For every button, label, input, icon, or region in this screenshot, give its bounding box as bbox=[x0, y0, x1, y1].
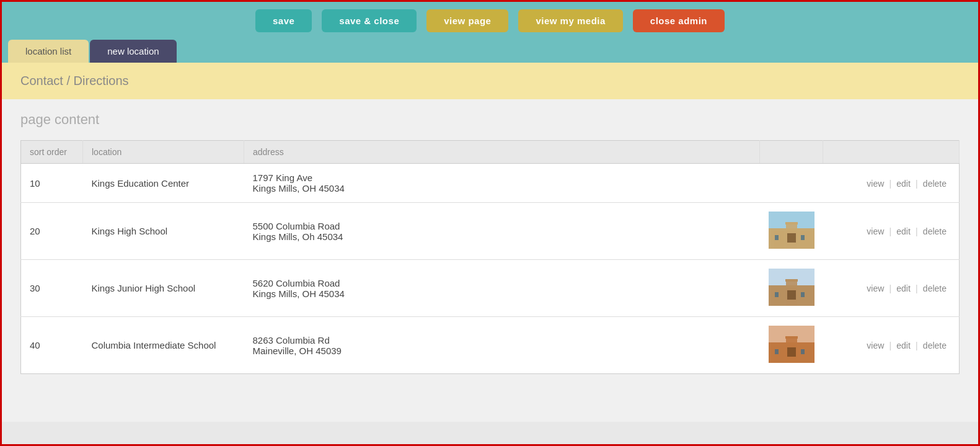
svg-rect-25 bbox=[787, 347, 796, 357]
sep2: | bbox=[916, 341, 918, 350]
location-cell: Kings High School bbox=[83, 203, 244, 260]
svg-rect-18 bbox=[769, 285, 814, 288]
location-cell: Columbia Intermediate School bbox=[83, 317, 244, 374]
sort-order-cell: 10 bbox=[21, 164, 83, 203]
col-header-image bbox=[760, 141, 823, 164]
save-close-button[interactable]: save & close bbox=[322, 9, 417, 32]
svg-rect-28 bbox=[769, 342, 814, 345]
col-header-actions bbox=[823, 141, 960, 164]
svg-rect-16 bbox=[775, 292, 779, 297]
edit-link[interactable]: edit bbox=[896, 179, 911, 189]
svg-rect-6 bbox=[775, 235, 779, 240]
svg-rect-29 bbox=[785, 336, 798, 339]
sep2: | bbox=[916, 179, 918, 189]
actions-cell: view | edit | delete bbox=[823, 317, 960, 374]
svg-rect-8 bbox=[769, 228, 814, 231]
tab-bar: location list new location bbox=[2, 40, 978, 63]
svg-rect-15 bbox=[787, 290, 796, 300]
tab-new-location[interactable]: new location bbox=[90, 40, 176, 63]
sep1: | bbox=[889, 283, 891, 293]
sep2: | bbox=[916, 226, 918, 236]
table-row: 40Columbia Intermediate School8263 Colum… bbox=[21, 317, 960, 374]
actions-cell: view | edit | delete bbox=[823, 203, 960, 260]
sort-order-cell: 30 bbox=[21, 260, 83, 317]
table-row: 20Kings High School5500 Columbia RoadKin… bbox=[21, 203, 960, 260]
delete-link[interactable]: delete bbox=[923, 341, 947, 350]
image-cell bbox=[760, 317, 823, 374]
view-link[interactable]: view bbox=[867, 341, 884, 350]
svg-rect-27 bbox=[801, 349, 805, 354]
tab-location-list[interactable]: location list bbox=[8, 40, 89, 63]
locations-table: sort order location address 10Kings Educ… bbox=[20, 140, 960, 374]
table-row: 30Kings Junior High School5620 Columbia … bbox=[21, 260, 960, 317]
view-link[interactable]: view bbox=[867, 179, 884, 189]
table-row: 10Kings Education Center1797 King AveKin… bbox=[21, 164, 960, 203]
section-title: Contact / Directions bbox=[20, 74, 129, 87]
actions-cell: view | edit | delete bbox=[823, 260, 960, 317]
location-cell: Kings Junior High School bbox=[83, 260, 244, 317]
view-link[interactable]: view bbox=[867, 226, 884, 236]
address-cell: 8263 Columbia RdMaineville, OH 45039 bbox=[244, 317, 760, 374]
page-content-label: page content bbox=[20, 112, 960, 128]
image-cell bbox=[760, 164, 823, 203]
svg-rect-17 bbox=[801, 292, 805, 297]
toolbar: save save & close view page view my medi… bbox=[2, 2, 978, 40]
image-cell bbox=[760, 260, 823, 317]
sort-order-cell: 40 bbox=[21, 317, 83, 374]
sep1: | bbox=[889, 179, 891, 189]
delete-link[interactable]: delete bbox=[923, 179, 947, 189]
section-header: Contact / Directions bbox=[2, 63, 978, 99]
image-cell bbox=[760, 203, 823, 260]
svg-rect-9 bbox=[785, 222, 798, 225]
sep1: | bbox=[889, 341, 891, 350]
save-button[interactable]: save bbox=[255, 9, 312, 32]
location-cell: Kings Education Center bbox=[83, 164, 244, 203]
main-content: page content sort order location address… bbox=[2, 99, 978, 422]
sep2: | bbox=[916, 283, 918, 293]
sort-order-cell: 20 bbox=[21, 203, 83, 260]
col-header-location: location bbox=[83, 141, 244, 164]
sep1: | bbox=[889, 226, 891, 236]
col-header-address: address bbox=[244, 141, 760, 164]
col-header-sort-order: sort order bbox=[21, 141, 83, 164]
actions-cell: view | edit | delete bbox=[823, 164, 960, 203]
close-admin-button[interactable]: close admin bbox=[633, 9, 725, 32]
view-link[interactable]: view bbox=[867, 283, 884, 293]
edit-link[interactable]: edit bbox=[896, 341, 911, 350]
delete-link[interactable]: delete bbox=[923, 283, 947, 293]
edit-link[interactable]: edit bbox=[896, 283, 911, 293]
svg-rect-7 bbox=[801, 235, 805, 240]
svg-rect-19 bbox=[785, 279, 798, 282]
address-cell: 1797 King AveKings Mills, OH 45034 bbox=[244, 164, 760, 203]
svg-rect-5 bbox=[787, 233, 796, 243]
address-cell: 5500 Columbia RoadKings Mills, Oh 45034 bbox=[244, 203, 760, 260]
address-cell: 5620 Columbia RoadKings Mills, OH 45034 bbox=[244, 260, 760, 317]
view-page-button[interactable]: view page bbox=[426, 9, 508, 32]
svg-rect-26 bbox=[775, 349, 779, 354]
delete-link[interactable]: delete bbox=[923, 226, 947, 236]
view-media-button[interactable]: view my media bbox=[518, 9, 622, 32]
edit-link[interactable]: edit bbox=[896, 226, 911, 236]
